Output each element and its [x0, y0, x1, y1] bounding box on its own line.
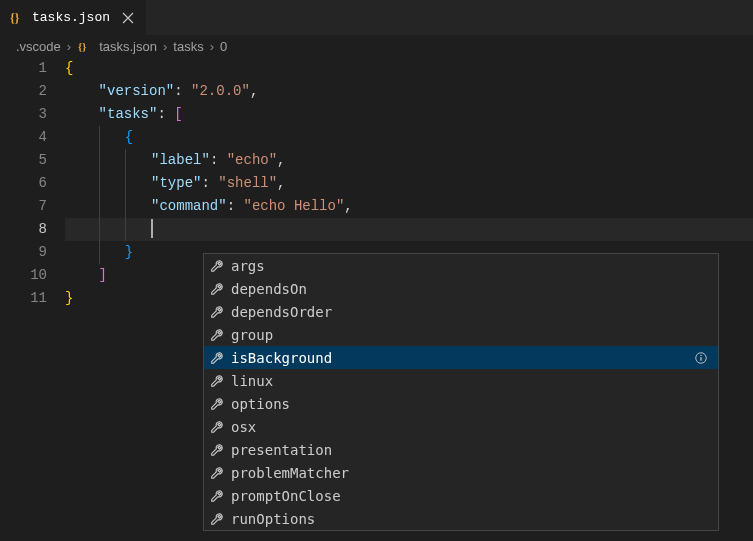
line-number: 7	[0, 195, 47, 218]
suggest-label: problemMatcher	[231, 465, 713, 481]
line-number: 9	[0, 241, 47, 264]
suggest-item[interactable]: osx	[204, 415, 718, 438]
suggest-label: presentation	[231, 442, 713, 458]
wrench-icon	[209, 327, 225, 343]
code-line[interactable]: {	[65, 126, 753, 149]
suggest-item[interactable]: linux	[204, 369, 718, 392]
suggest-item[interactable]: isBackground	[204, 346, 718, 369]
code-line[interactable]: "label": "echo",	[65, 149, 753, 172]
suggest-item[interactable]: promptOnClose	[204, 484, 718, 507]
chevron-right-icon: ›	[163, 39, 167, 54]
line-number: 6	[0, 172, 47, 195]
suggest-item[interactable]: presentation	[204, 438, 718, 461]
text-cursor	[151, 219, 153, 238]
code-line[interactable]	[65, 218, 753, 241]
line-number: 3	[0, 103, 47, 126]
suggest-item[interactable]: dependsOrder	[204, 300, 718, 323]
svg-rect-4	[700, 357, 701, 361]
line-number: 2	[0, 80, 47, 103]
suggest-label: promptOnClose	[231, 488, 713, 504]
chevron-right-icon: ›	[67, 39, 71, 54]
suggest-item[interactable]: group	[204, 323, 718, 346]
info-icon[interactable]	[693, 350, 709, 366]
tab-bar: {} tasks.json	[0, 0, 753, 35]
code-line[interactable]: "type": "shell",	[65, 172, 753, 195]
suggest-item[interactable]: options	[204, 392, 718, 415]
line-number: 4	[0, 126, 47, 149]
wrench-icon	[209, 373, 225, 389]
breadcrumb-part[interactable]: 0	[220, 39, 227, 54]
wrench-icon	[209, 396, 225, 412]
wrench-icon	[209, 304, 225, 320]
tab-label: tasks.json	[32, 10, 110, 25]
suggest-label: dependsOn	[231, 281, 713, 297]
suggest-label: runOptions	[231, 511, 713, 527]
line-number: 5	[0, 149, 47, 172]
wrench-icon	[209, 465, 225, 481]
wrench-icon	[209, 419, 225, 435]
code-line[interactable]: {	[65, 57, 753, 80]
line-number: 10	[0, 264, 47, 287]
suggest-item[interactable]: args	[204, 254, 718, 277]
svg-point-3	[700, 354, 701, 355]
suggest-item[interactable]: runOptions	[204, 507, 718, 530]
chevron-right-icon: ›	[210, 39, 214, 54]
code-line[interactable]: "version": "2.0.0",	[65, 80, 753, 103]
suggest-label: isBackground	[231, 350, 687, 366]
breadcrumb-part[interactable]: tasks	[173, 39, 203, 54]
line-number: 8	[0, 218, 47, 241]
suggest-item[interactable]: dependsOn	[204, 277, 718, 300]
suggest-label: group	[231, 327, 713, 343]
line-number-gutter: 1 2 3 4 5 6 7 8 9 10 11	[0, 57, 65, 310]
suggest-label: args	[231, 258, 713, 274]
line-number: 11	[0, 287, 47, 310]
close-icon[interactable]	[120, 10, 136, 26]
suggest-label: osx	[231, 419, 713, 435]
wrench-icon	[209, 488, 225, 504]
svg-text:{}: {}	[78, 41, 86, 52]
json-braces-icon: {}	[10, 10, 26, 26]
intellisense-suggest-widget[interactable]: args dependsOn dependsOrder group isBack…	[203, 253, 719, 531]
suggest-label: linux	[231, 373, 713, 389]
wrench-icon	[209, 281, 225, 297]
suggest-label: options	[231, 396, 713, 412]
wrench-icon	[209, 442, 225, 458]
svg-text:{}: {}	[10, 11, 20, 25]
suggest-label: dependsOrder	[231, 304, 713, 320]
suggest-item[interactable]: problemMatcher	[204, 461, 718, 484]
breadcrumb[interactable]: .vscode › {} tasks.json › tasks › 0	[0, 35, 753, 57]
line-number: 1	[0, 57, 47, 80]
code-line[interactable]: "command": "echo Hello",	[65, 195, 753, 218]
breadcrumb-part[interactable]: tasks.json	[99, 39, 157, 54]
wrench-icon	[209, 258, 225, 274]
breadcrumb-part[interactable]: .vscode	[16, 39, 61, 54]
wrench-icon	[209, 350, 225, 366]
json-braces-icon: {}	[77, 38, 93, 54]
wrench-icon	[209, 511, 225, 527]
code-line[interactable]: "tasks": [	[65, 103, 753, 126]
editor-tab[interactable]: {} tasks.json	[0, 0, 147, 35]
